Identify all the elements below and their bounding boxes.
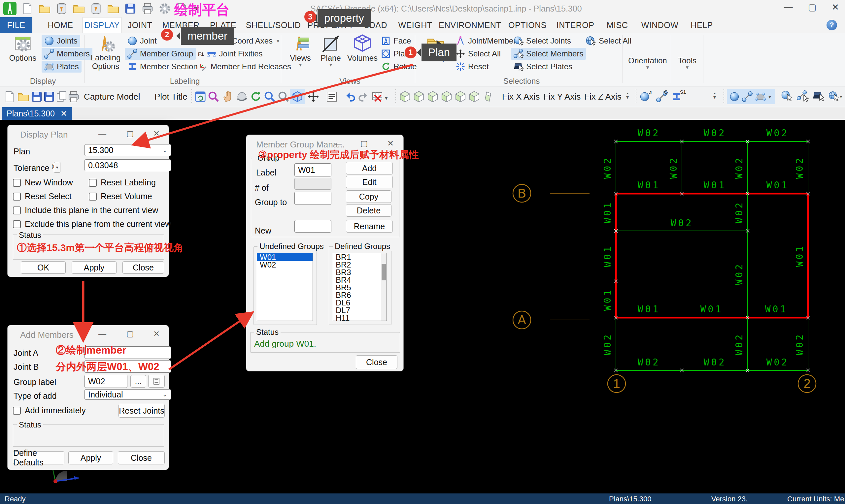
list-item[interactable]: W02 <box>257 261 313 269</box>
close-icon[interactable]: ✕ <box>152 129 161 138</box>
tab-environment[interactable]: ENVIRONMENT <box>437 17 503 33</box>
settings-gear-icon[interactable] <box>158 2 171 15</box>
minimize-button[interactable]: — <box>784 2 793 13</box>
list-item[interactable]: BR4 <box>333 276 387 284</box>
expand-chevron-icon[interactable]: ⌄▾ <box>712 90 717 100</box>
group-to-input[interactable] <box>295 192 331 205</box>
rename-button[interactable]: Rename <box>346 220 393 233</box>
fit-view-icon[interactable] <box>307 90 319 103</box>
checkbox-new-window[interactable]: New Window <box>13 178 73 187</box>
checkbox-reset-labeling[interactable]: Reset Labeling <box>89 178 156 187</box>
view-face[interactable]: Face <box>378 35 413 47</box>
select-all[interactable]: Select All <box>582 35 634 47</box>
open-folder-icon[interactable] <box>38 2 51 15</box>
member-group-dialog[interactable]: Member Group Mana... — ▢ ✕ ③property 绘制完… <box>246 134 404 372</box>
tab-joint[interactable]: JOINT <box>123 17 157 33</box>
tab-window[interactable]: WINDOW <box>636 17 684 33</box>
close-icon[interactable]: ✕ <box>386 139 395 148</box>
zoom-previous-icon[interactable] <box>277 90 290 103</box>
save-icon[interactable] <box>124 2 137 15</box>
toggle-joints[interactable]: Joints <box>41 35 80 47</box>
volumes-button[interactable]: Volumes <box>346 34 379 63</box>
edit-button[interactable]: Edit <box>346 176 393 188</box>
label-member-end-releases[interactable]: Member End Releases <box>195 61 294 73</box>
list-item[interactable]: H11 <box>333 314 387 321</box>
list-item[interactable]: BR6 <box>333 291 387 299</box>
selection-reset[interactable]: Reset <box>453 61 492 73</box>
reset-joints-button[interactable]: Reset Joints <box>119 404 165 418</box>
display-options-button[interactable]: Options <box>5 34 41 63</box>
rotate-view-icon[interactable] <box>249 90 262 103</box>
checkbox-include-plane[interactable]: Include this plane in the current view <box>13 205 158 215</box>
fix-y-axis-button[interactable]: Fix Y Axis <box>543 92 581 102</box>
view-prism-icon[interactable] <box>482 90 494 103</box>
open-plain-folder-icon[interactable] <box>107 2 120 15</box>
apply-button[interactable]: Apply <box>68 451 113 464</box>
maximize-icon[interactable]: ▢ <box>359 139 369 148</box>
maximize-icon[interactable]: ▢ <box>125 329 135 338</box>
view-cube-icon[interactable] <box>412 90 425 103</box>
list-item[interactable]: BR3 <box>333 269 387 276</box>
tab-close-icon[interactable]: ✕ <box>60 109 67 119</box>
ok-button[interactable]: OK <box>21 261 66 274</box>
delete-selection-icon[interactable] <box>371 90 384 103</box>
add-button[interactable]: Add <box>346 162 393 175</box>
tab-help[interactable]: HELP <box>685 17 718 33</box>
pan-hand-icon[interactable] <box>222 90 234 103</box>
display-entities-toggle[interactable]: ▾ <box>727 89 775 104</box>
tab-shell-solid[interactable]: SHELL/SOLID <box>243 17 304 33</box>
tools-button[interactable]: Tools ▾ <box>674 56 700 70</box>
undefined-groups-list[interactable]: W01 W02 <box>257 253 313 321</box>
label-member-section[interactable]: Member Section <box>125 61 200 73</box>
save-file-icon[interactable] <box>30 90 43 103</box>
save-as-icon[interactable] <box>43 90 55 103</box>
undo-icon[interactable] <box>344 90 356 103</box>
chevron-down-icon[interactable]: ▾ <box>385 96 388 101</box>
select-plates[interactable]: Select Plates <box>511 61 575 73</box>
tab-options[interactable]: OPTIONS <box>504 17 550 33</box>
document-tab[interactable]: Plans\15.300 ✕ <box>2 107 72 120</box>
open-database-icon[interactable] <box>55 2 68 15</box>
toggle-plates[interactable]: Plates <box>41 61 82 73</box>
fix-z-axis-button[interactable]: Fix Z Axis <box>584 92 621 102</box>
view-cube-icon[interactable] <box>468 90 480 103</box>
tab-display[interactable]: DISPLAY <box>83 17 122 33</box>
plane-button[interactable]: Plane ▾ <box>316 34 345 67</box>
refresh-window-icon[interactable] <box>194 90 207 103</box>
add-members-dialog[interactable]: Add Members — ▢ ✕ Joint A Joint B Group … <box>7 325 169 470</box>
minimize-icon[interactable]: — <box>98 329 107 338</box>
checkbox-reset-volume[interactable]: Reset Volume <box>89 192 152 201</box>
close-icon[interactable]: ✕ <box>152 329 161 338</box>
scrollbar-thumb[interactable] <box>382 264 386 281</box>
minimize-icon[interactable]: — <box>98 129 107 138</box>
label-joint[interactable]: Joint <box>125 35 159 47</box>
tab-weight[interactable]: WEIGHT <box>395 17 436 33</box>
list-item[interactable]: BR1 <box>333 253 387 261</box>
expand-chevron-icon[interactable]: ⌄▾ <box>625 90 630 100</box>
copy-button[interactable]: Copy <box>346 190 391 203</box>
copy-icon[interactable] <box>55 90 68 103</box>
print-icon[interactable] <box>141 2 154 15</box>
tolerance-unit-dropdown[interactable]: ▾ <box>54 162 60 173</box>
select-joints[interactable]: Select Joints <box>511 35 574 47</box>
delete-button[interactable]: Delete <box>346 204 391 217</box>
checkbox-add-immediately[interactable]: Add immediately <box>13 406 86 415</box>
browse-groups-button[interactable]: ... <box>130 375 146 388</box>
label-joint-fixities[interactable]: F1 Joint Fixities <box>195 48 265 60</box>
label-member-group[interactable]: Member Group <box>125 48 196 60</box>
plot-title-button[interactable]: Plot Title <box>155 92 188 102</box>
maximize-icon[interactable]: ▢ <box>125 129 135 138</box>
plan-combo[interactable]: 15.300 ⌄ <box>85 144 171 156</box>
type-of-add-combo[interactable]: Individual ⌄ <box>85 389 171 400</box>
print-icon[interactable] <box>67 90 80 103</box>
display-plan-dialog[interactable]: Display Plan — ▢ ✕ Plan 15.300 ⌄ Toleran… <box>7 125 169 277</box>
open-file-icon[interactable] <box>17 90 30 103</box>
list-item[interactable]: BR2 <box>333 261 387 269</box>
tab-file[interactable]: FILE <box>0 17 32 33</box>
list-item[interactable]: DL6 <box>333 299 387 306</box>
new-input[interactable] <box>295 220 331 233</box>
minimize-icon[interactable]: — <box>333 139 342 148</box>
zoom-window-icon[interactable] <box>263 90 276 103</box>
help-icon[interactable]: ? <box>827 20 837 30</box>
list-item[interactable]: W01 <box>257 253 313 261</box>
